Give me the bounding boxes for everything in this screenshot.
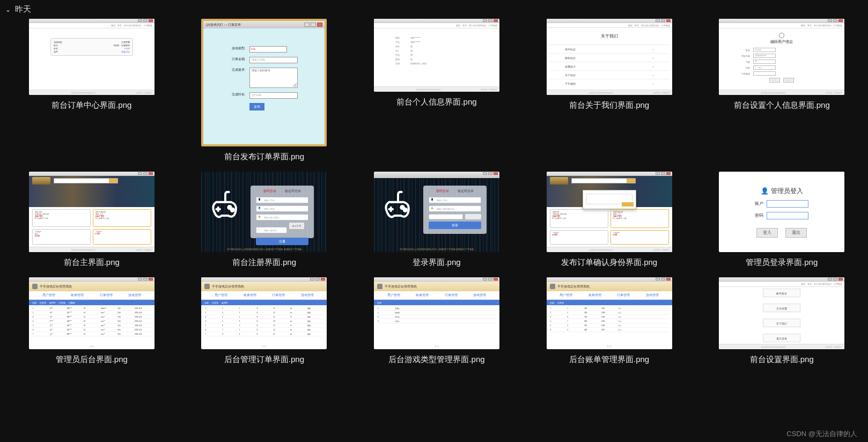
confirm-dialog [583, 190, 636, 209]
filename: 前台个人信息界面.png [396, 97, 476, 107]
file-item[interactable]: 首页登录 关于我们/联系我们订单数量 昵称134******** 手机139**… [356, 19, 518, 162]
thumbnail: 首页登录 关于我们/联系我们订单数量 游戏类型王者荣耀 账号E游戏 · 全服都有… [29, 19, 155, 95]
filename: 前台主界面.png [64, 257, 120, 268]
exit-button: 退出 [785, 228, 807, 238]
file-item[interactable]: 千手游戏后台管理系统 用户管理账单管理 订单管理游戏管理 全部已发布 11100… [528, 277, 690, 365]
lock-icon: 🔒 [258, 215, 262, 219]
file-item[interactable]: 游戏 王者王者荣耀 · 全部区服价格 ¥ 6000个人收藏 0个人购 游戏 王者… [528, 172, 690, 268]
svg-point-3 [404, 209, 407, 211]
filename: 管理员后台界面.png [56, 355, 128, 365]
phone-icon: 📱 [258, 198, 262, 202]
user-icon: 👤 [258, 207, 262, 211]
gamepad-icon [379, 188, 417, 231]
thumbnail: 👤管理员登入 账户 密码 登入 退出 [719, 172, 844, 252]
file-item[interactable]: 千手游戏后台管理系统 用户管理账单管理 订单管理游戏管理 全部已发布处理中已完成… [11, 277, 173, 365]
file-item[interactable]: 游戏 王者王者荣耀 · 全部区服价格 ¥ 6000个人收藏 0个人购 游戏 王者… [11, 172, 173, 268]
filename: 前台发布订单界面.png [224, 152, 304, 162]
file-item[interactable]: 首页登录 关于我们/联系我们订单数量 编辑用户信息 姓名无法自律 手机号码181… [701, 19, 863, 162]
thumbnail: 首页登录 关于我们/联系我们订单数量 编辑用户信息 姓名无法自律 手机号码181… [719, 19, 844, 95]
filename: 登录界面.png [413, 257, 460, 268]
svg-point-1 [231, 209, 234, 211]
filename: 发布订单确认身份界面.png [561, 257, 657, 268]
file-item[interactable]: 密码登录验证码登录 📱请输入手机 🔒请输入密码/验证码 登录 用户服务协议以上信… [356, 172, 518, 268]
filename: 管理员登录界面.png [746, 257, 818, 268]
filename: 前台注册界面.png [232, 257, 296, 268]
thumbnail: 千手游戏后台管理系统 用户管理账单管理 订单管理游戏管理 全部已发布处理中已完成… [29, 277, 155, 349]
filename: 前台设置界面.png [750, 355, 814, 365]
shield-icon: ✓ [258, 228, 262, 232]
file-item[interactable]: 千手游戏后台管理系统 用户管理账单管理 订单管理游戏管理 全部 1王者荣 2英雄… [356, 277, 518, 365]
thumbnail: 千手游戏后台管理系统 用户管理账单管理 订单管理游戏管理 全部已发布 11100… [547, 277, 672, 349]
thumbnail: 游戏 王者王者荣耀 · 全部区服价格 ¥ 6000个人收藏 0个人购 游戏 王者… [29, 172, 155, 252]
filename: 前台设置个人信息界面.png [734, 100, 830, 110]
file-item[interactable]: 千手游戏后台管理系统 用户管理账单管理 订单管理游戏管理 全部已发布处理中 12… [183, 277, 345, 365]
user-icon [32, 284, 38, 289]
file-item[interactable]: 密码登录验证码登录 📱请输入手机 👤请输入密码 🔒请再次输入密码 ✓请输入验证码… [183, 172, 345, 268]
gamepad-icon [207, 188, 244, 231]
phone-icon: 📱 [431, 198, 435, 202]
filename: 后台游戏类型管理界面.png [388, 355, 484, 365]
file-item[interactable]: 👤管理员登入 账户 密码 登入 退出 管理员登录界面.png [701, 172, 863, 268]
chevron-down-icon: ⌄ [5, 6, 11, 13]
thumbnail-grid: 首页登录 关于我们/联系我们订单数量 游戏类型王者荣耀 账号E游戏 · 全服都有… [0, 16, 868, 370]
search-input [54, 178, 118, 183]
thumbnail: 千手游戏后台管理系统 用户管理账单管理 订单管理游戏管理 全部 1王者荣 2英雄… [374, 277, 499, 349]
file-item[interactable]: 首页登录 关于我们/联系我们订单数量 关于我们 用户协议› 隐私协议› 温馨提示… [528, 19, 690, 162]
file-item[interactable]: 首页登录 关于我们/联系我们订单数量 游戏类型王者荣耀 账号E游戏 · 全服都有… [11, 19, 173, 162]
avatar-icon [779, 33, 784, 38]
search-button-icon [109, 179, 117, 183]
thumbnail: QS游戏代打 — 订单发布 游戏类型:LOL 订单金额:请输入金额 完成要求: … [201, 19, 327, 146]
section-title: 昨天 [15, 4, 31, 14]
file-item[interactable]: 首页登录 关于我们/联系我们订单数量 账号安全 支付设置 关于我们 退出登录 邮… [701, 277, 863, 365]
filename: 前台订单中心界面.png [52, 100, 131, 110]
filename: 前台关于我们界面.png [569, 100, 649, 110]
logo-icon [32, 177, 50, 185]
thumbnail: 千手游戏后台管理系统 用户管理账单管理 订单管理游戏管理 全部已发布处理中 12… [201, 277, 327, 349]
thumbnail: 首页登录 关于我们/联系我们订单数量 账号安全 支付设置 关于我们 退出登录 邮… [719, 277, 844, 349]
filename: 后台账单管理界面.png [569, 355, 649, 365]
file-item[interactable]: QS游戏代打 — 订单发布 游戏类型:LOL 订单金额:请输入金额 完成要求: … [183, 19, 345, 162]
watermark: CSDN @无法自律的人 [786, 429, 857, 439]
section-header[interactable]: ⌄ 昨天 [0, 0, 868, 16]
thumbnail: 密码登录验证码登录 📱请输入手机 🔒请输入密码/验证码 登录 用户服务协议以上信… [374, 172, 499, 252]
thumbnail: 首页登录 关于我们/联系我们订单数量 昵称134******** 手机139**… [374, 19, 499, 92]
filename: 后台管理订单界面.png [224, 355, 304, 365]
thumbnail: 游戏 王者王者荣耀 · 全部区服价格 ¥ 6000个人收藏 0个人购 游戏 王者… [547, 172, 672, 252]
logo-icon [550, 177, 568, 185]
thumbnail: 首页登录 关于我们/联系我们订单数量 关于我们 用户协议› 隐私协议› 温馨提示… [547, 19, 672, 95]
login-button: 登入 [756, 228, 778, 238]
lock-icon: 🔒 [431, 207, 435, 211]
thumbnail: 密码登录验证码登录 📱请输入手机 👤请输入密码 🔒请再次输入密码 ✓请输入验证码… [201, 172, 327, 252]
confirm-button [622, 202, 634, 207]
user-icon: 👤 [761, 187, 769, 195]
